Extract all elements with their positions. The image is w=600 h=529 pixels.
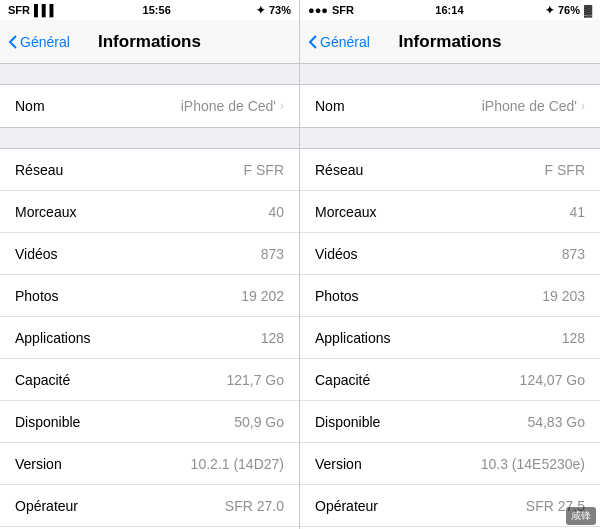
left-row-value-2: 873 [261,246,284,262]
left-battery: 73% [269,4,291,16]
right-row-label-0: Réseau [315,162,363,178]
right-back-label: Général [320,34,370,50]
right-time: 16:14 [435,4,463,16]
right-row-label-1: Morceaux [315,204,376,220]
right-bluetooth-icon: ✦ [545,4,554,17]
left-carrier: SFR [8,4,30,16]
left-row-label-8: Opérateur [15,498,78,514]
left-status-bar: SFR ▌▌▌ 15:56 ✦ 73% [0,0,299,20]
right-nom-label: Nom [315,98,345,114]
right-row-1: Morceaux41 [300,191,600,233]
left-nom-chevron-icon: › [280,99,284,113]
right-signal-icon: ●●● [308,4,328,16]
left-row-value-3: 19 202 [241,288,284,304]
left-row-value-0: F SFR [244,162,284,178]
left-row-value-8: SFR 27.0 [225,498,284,514]
right-battery: 76% [558,4,580,16]
left-row-5: Capacité121,7 Go [0,359,299,401]
left-time: 15:56 [143,4,171,16]
right-row-4: Applications128 [300,317,600,359]
left-row-value-1: 40 [268,204,284,220]
left-row-4: Applications128 [0,317,299,359]
right-status-left: ●●● SFR [308,4,354,16]
left-row-0: RéseauF SFR [0,149,299,191]
right-row-3: Photos19 203 [300,275,600,317]
right-row-value-0: F SFR [545,162,585,178]
left-row-label-3: Photos [15,288,59,304]
left-status-left: SFR ▌▌▌ [8,4,57,16]
left-row-2: Vidéos873 [0,233,299,275]
right-row-0: RéseauF SFR [300,149,600,191]
left-nav-bar: Général Informations [0,20,299,64]
right-content: Nom iPhone de Ced' › RéseauF SFRMorceaux… [300,64,600,529]
right-carrier: SFR [332,4,354,16]
left-row-label-7: Version [15,456,62,472]
left-bluetooth-icon: ✦ [256,4,265,17]
right-nom-section: Nom iPhone de Ced' › [300,84,600,128]
right-row-value-5: 124,07 Go [520,372,585,388]
right-row-2: Vidéos873 [300,233,600,275]
right-nav-title: Informations [399,32,502,52]
right-row-6: Disponible54,83 Go [300,401,600,443]
right-nom-value: iPhone de Ced' › [482,98,585,114]
right-row-label-8: Opérateur [315,498,378,514]
right-nav-bar: Général Informations [300,20,600,64]
left-row-value-4: 128 [261,330,284,346]
right-nom-chevron-icon: › [581,99,585,113]
left-row-label-0: Réseau [15,162,63,178]
watermark: 咸锋 [566,507,596,525]
right-info-section: RéseauF SFRMorceaux41Vidéos873Photos19 2… [300,148,600,529]
right-nom-row: Nom iPhone de Ced' › [300,85,600,127]
right-row-8: OpérateurSFR 27.5 [300,485,600,527]
right-row-label-5: Capacité [315,372,370,388]
right-row-value-6: 54,83 Go [527,414,585,430]
left-nom-row: Nom iPhone de Ced' › [0,85,299,127]
left-nom-value: iPhone de Ced' › [181,98,284,114]
right-battery-icon: ▓ [584,4,592,16]
left-nom-label: Nom [15,98,45,114]
right-row-label-4: Applications [315,330,391,346]
left-row-3: Photos19 202 [0,275,299,317]
right-row-label-6: Disponible [315,414,380,430]
left-phone-panel: SFR ▌▌▌ 15:56 ✦ 73% Général Informations… [0,0,300,529]
left-row-6: Disponible50,9 Go [0,401,299,443]
left-back-label: Général [20,34,70,50]
right-row-label-3: Photos [315,288,359,304]
right-row-value-4: 128 [562,330,585,346]
right-row-value-1: 41 [569,204,585,220]
left-row-value-5: 121,7 Go [226,372,284,388]
right-row-7: Version10.3 (14E5230e) [300,443,600,485]
right-row-label-7: Version [315,456,362,472]
left-row-label-6: Disponible [15,414,80,430]
right-back-button[interactable]: Général [308,34,370,50]
left-back-button[interactable]: Général [8,34,70,50]
left-row-8: OpérateurSFR 27.0 [0,485,299,527]
left-status-right: ✦ 73% [256,4,291,17]
left-row-label-5: Capacité [15,372,70,388]
left-nav-title: Informations [98,32,201,52]
right-phone-panel: ●●● SFR 16:14 ✦ 76% ▓ Général Informatio… [300,0,600,529]
right-status-right: ✦ 76% ▓ [545,4,592,17]
left-row-value-7: 10.2.1 (14D27) [191,456,284,472]
right-row-value-7: 10.3 (14E5230e) [481,456,585,472]
left-nom-section: Nom iPhone de Ced' › [0,84,299,128]
left-row-7: Version10.2.1 (14D27) [0,443,299,485]
left-row-label-2: Vidéos [15,246,58,262]
right-status-bar: ●●● SFR 16:14 ✦ 76% ▓ [300,0,600,20]
left-content: Nom iPhone de Ced' › RéseauF SFRMorceaux… [0,64,299,529]
right-row-value-2: 873 [562,246,585,262]
left-row-label-1: Morceaux [15,204,76,220]
left-row-1: Morceaux40 [0,191,299,233]
left-info-section: RéseauF SFRMorceaux40Vidéos873Photos19 2… [0,148,299,529]
left-row-value-6: 50,9 Go [234,414,284,430]
right-row-label-2: Vidéos [315,246,358,262]
left-signal-icon: ▌▌▌ [34,4,57,16]
right-row-value-3: 19 203 [542,288,585,304]
left-row-label-4: Applications [15,330,91,346]
right-row-5: Capacité124,07 Go [300,359,600,401]
